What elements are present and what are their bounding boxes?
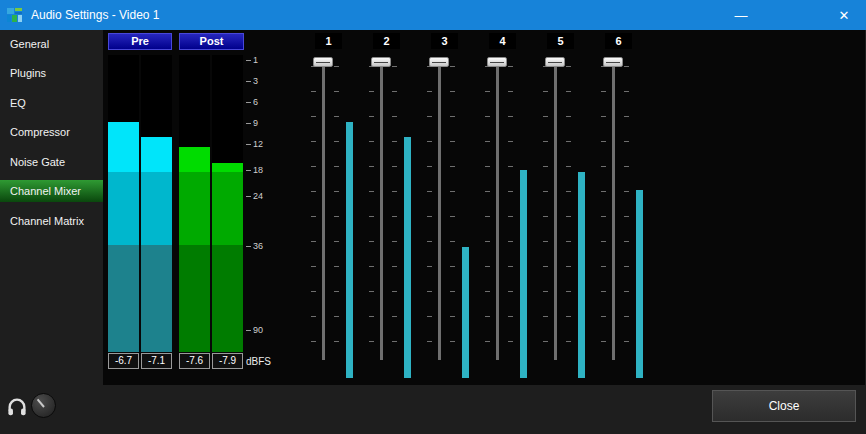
- scale-row: 9: [246, 118, 258, 128]
- scale-row: 36: [246, 241, 263, 251]
- pre-peak-readout-left: -6.7: [108, 353, 139, 369]
- post-meter-bar-left: [179, 55, 210, 352]
- scale-label: 18: [253, 165, 263, 175]
- scale-label: 6: [253, 97, 258, 107]
- scale-tick: [246, 246, 251, 247]
- channel-strip-6: 6: [598, 30, 656, 385]
- post-meter-bar-right: [212, 55, 243, 352]
- sidebar-item-channel-matrix[interactable]: Channel Matrix: [0, 210, 103, 232]
- channel-2-number: 2: [373, 33, 400, 49]
- scale-tick: [246, 170, 251, 171]
- sidebar-item-noise-gate[interactable]: Noise Gate: [0, 151, 103, 173]
- sidebar-item-plugins[interactable]: Plugins: [0, 62, 103, 84]
- pre-meter-bar-right: [141, 55, 172, 352]
- channel-1-number: 1: [315, 33, 342, 49]
- channel-4-fader-track[interactable]: [496, 62, 499, 360]
- channel-3-number: 3: [431, 33, 458, 49]
- post-peak-readout-right: -7.9: [212, 353, 243, 369]
- channel-2-fader-handle[interactable]: [371, 57, 391, 67]
- channel-strip-4: 4: [482, 30, 540, 385]
- sidebar-item-general[interactable]: General: [0, 33, 103, 55]
- scale-tick: [246, 60, 251, 61]
- channel-3-level-meter: [462, 247, 469, 378]
- titlebar-spacer: [763, 0, 822, 30]
- channel-1-fader-handle[interactable]: [313, 57, 333, 67]
- fader-ticks-right: [508, 66, 513, 363]
- scale-label: 36: [253, 241, 263, 251]
- fader-ticks-right: [450, 66, 455, 363]
- fader-ticks-right: [566, 66, 571, 363]
- headphones-icon: [6, 396, 28, 418]
- headphone-volume-knob[interactable]: [31, 393, 56, 418]
- channel-1-fader-track[interactable]: [322, 62, 325, 360]
- minimize-icon: —: [735, 8, 748, 23]
- channel-5-fader-handle[interactable]: [545, 57, 565, 67]
- sidebar-item-eq[interactable]: EQ: [0, 92, 103, 114]
- close-icon: ✕: [839, 8, 850, 23]
- scale-label: 90: [253, 325, 263, 335]
- fader-ticks-left: [543, 66, 548, 363]
- minimize-button[interactable]: —: [719, 0, 763, 30]
- scale-tick: [246, 102, 251, 103]
- fader-ticks-right: [392, 66, 397, 363]
- scale-label: 1: [253, 55, 258, 65]
- audio-settings-window: Audio Settings - Video 1 — ✕ General Plu…: [0, 0, 866, 434]
- app-icon: [7, 7, 23, 23]
- scale-row: 1: [246, 55, 258, 65]
- scale-tick: [246, 196, 251, 197]
- fader-ticks-right: [624, 66, 629, 363]
- channel-4-fader-handle[interactable]: [487, 57, 507, 67]
- scale-label: 12: [253, 139, 263, 149]
- channel-4-level-meter: [520, 170, 527, 378]
- scale-row: 6: [246, 97, 258, 107]
- scale-row: 18: [246, 165, 263, 175]
- scale-label: 3: [253, 76, 258, 86]
- channel-5-fader-track[interactable]: [554, 62, 557, 360]
- channel-3-fader-track[interactable]: [438, 62, 441, 360]
- scale-tick: [246, 330, 251, 331]
- channel-6-number: 6: [605, 33, 632, 49]
- knob-pointer-icon: [37, 399, 45, 408]
- scale-row: 24: [246, 191, 263, 201]
- fader-ticks-left: [485, 66, 490, 363]
- post-peak-readout-left: -7.6: [179, 353, 210, 369]
- channel-1-level-meter: [346, 122, 353, 378]
- channel-2-fader-track[interactable]: [380, 62, 383, 360]
- close-button[interactable]: Close: [712, 390, 856, 422]
- channel-4-number: 4: [489, 33, 516, 49]
- close-window-button[interactable]: ✕: [822, 0, 866, 30]
- fader-ticks-left: [601, 66, 606, 363]
- channel-strip-1: 1: [308, 30, 366, 385]
- window-title: Audio Settings - Video 1: [31, 8, 719, 22]
- fader-ticks-left: [427, 66, 432, 363]
- pre-peak-readout-right: -7.1: [141, 353, 172, 369]
- pre-bus-button[interactable]: Pre: [108, 33, 172, 50]
- post-meter-right-empty: [212, 55, 243, 163]
- channel-6-fader-handle[interactable]: [603, 57, 623, 67]
- title-bar: Audio Settings - Video 1 — ✕: [0, 0, 866, 30]
- scale-tick: [246, 144, 251, 145]
- scale-row: 3: [246, 76, 258, 86]
- pre-meter-bar-left: [108, 55, 139, 352]
- scale-row: 12: [246, 139, 263, 149]
- fader-ticks-left: [369, 66, 374, 363]
- channel-6-fader-track[interactable]: [612, 62, 615, 360]
- sidebar-item-compressor[interactable]: Compressor: [0, 121, 103, 143]
- headphones-monitor-button[interactable]: [6, 396, 28, 418]
- sidebar-item-channel-mixer[interactable]: Channel Mixer: [0, 180, 103, 202]
- dbfs-unit-label: dBFS: [246, 356, 271, 367]
- channel-2-level-meter: [404, 137, 411, 378]
- channel-strip-3: 3: [424, 30, 482, 385]
- scale-tick: [246, 123, 251, 124]
- fader-ticks-right: [334, 66, 339, 363]
- channel-5-number: 5: [547, 33, 574, 49]
- channel-3-fader-handle[interactable]: [429, 57, 449, 67]
- post-meter-left-empty: [179, 55, 210, 147]
- fader-ticks-left: [311, 66, 316, 363]
- channel-5-level-meter: [578, 172, 585, 378]
- channel-strip-2: 2: [366, 30, 424, 385]
- post-bus-button[interactable]: Post: [179, 33, 244, 50]
- channel-strip-5: 5: [540, 30, 598, 385]
- scale-row: 90: [246, 325, 263, 335]
- channel-6-level-meter: [636, 190, 643, 378]
